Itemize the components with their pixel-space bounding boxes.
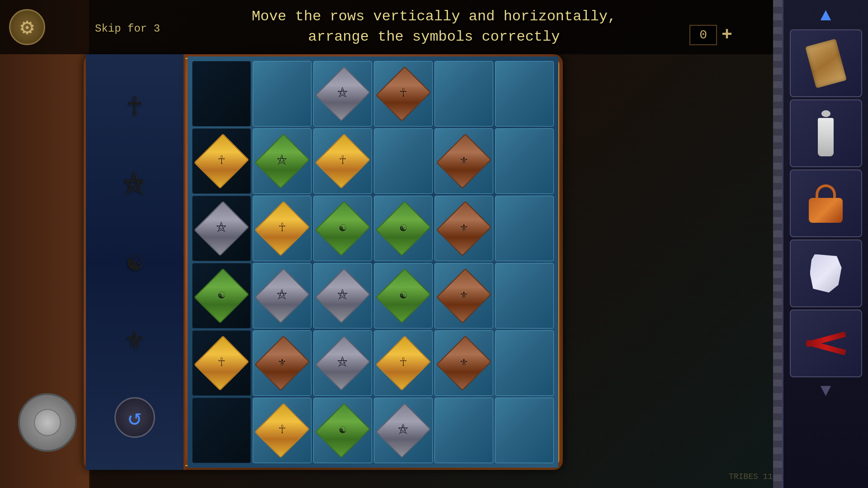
nav-down-button[interactable] xyxy=(810,380,842,402)
symbol-ankh: ☥ xyxy=(278,222,286,234)
tile-r1-c1[interactable]: ⛤ xyxy=(253,128,311,194)
pentagram-icon: ⛤ xyxy=(123,169,147,200)
symbol-ankh[interactable]: ☥ xyxy=(114,86,155,127)
tile-r2-c2[interactable]: ☯ xyxy=(313,196,372,261)
scroll-icon xyxy=(805,38,846,88)
symbol-triskelion: ☯ xyxy=(339,222,346,234)
tile-r3-c2[interactable]: ⛤ xyxy=(313,263,372,328)
triskelion-icon: ☯ xyxy=(127,247,142,277)
symbol-triskelion: ☯ xyxy=(339,424,346,436)
tile-r2-c1[interactable]: ☥ xyxy=(253,196,311,261)
diamond-triquetra-brown: ⚜ xyxy=(439,134,489,189)
tile-r0-c1[interactable] xyxy=(253,61,311,127)
tile-r3-c5[interactable] xyxy=(495,263,554,328)
diamond-pentagram-silver: ⛤ xyxy=(379,403,428,458)
tile-r4-c0[interactable]: ☥ xyxy=(192,330,251,396)
tile-r3-c4[interactable]: ⚜ xyxy=(434,263,493,328)
tile-r4-c5[interactable] xyxy=(495,330,554,396)
tile-r5-c1[interactable]: ☥ xyxy=(253,398,311,463)
tile-r2-c0[interactable]: ⛤ xyxy=(192,196,251,261)
reset-button[interactable]: ↺ xyxy=(114,397,155,438)
tile-r4-c3[interactable]: ☥ xyxy=(374,330,433,396)
symbol-triquetra: ⚜ xyxy=(460,290,467,301)
gear-button[interactable]: ⚙ xyxy=(9,9,45,45)
glue-icon xyxy=(818,110,834,156)
diamond-pentagram-silver: ⛤ xyxy=(258,268,307,324)
symbol-pentagram: ⛤ xyxy=(337,290,349,301)
symbol-triskelion: ☯ xyxy=(218,290,225,301)
diamond-ankh-gold: ☥ xyxy=(258,403,307,458)
skip-count: 3 xyxy=(154,23,160,35)
tile-r1-c5[interactable] xyxy=(495,128,554,194)
diamond-ankh-gold: ☥ xyxy=(197,134,246,189)
diamond-triskelion-green: ☯ xyxy=(379,201,428,256)
symbol-triquetra: ⚜ xyxy=(278,357,286,369)
inventory-slot-fragment[interactable] xyxy=(790,239,862,307)
tile-r1-c0[interactable]: ☥ xyxy=(192,128,251,194)
diamond-triquetra-brown: ⚜ xyxy=(258,336,307,391)
tile-r4-c2[interactable]: ⛤ xyxy=(313,330,372,396)
diamond-pentagram-silver: ⛤ xyxy=(197,201,246,256)
tile-r5-c4[interactable] xyxy=(434,398,493,463)
triquetra-icon: ⚜ xyxy=(127,323,143,357)
tile-r3-c3[interactable]: ☯ xyxy=(374,263,433,328)
symbol-pentagram: ⛤ xyxy=(276,290,288,301)
tile-r0-c2[interactable]: ⛤ xyxy=(313,61,372,127)
tile-r0-c5[interactable] xyxy=(495,61,554,127)
symbol-ankh: ☥ xyxy=(278,424,286,436)
counter-display: 0 xyxy=(689,25,717,45)
tile-r5-c0[interactable] xyxy=(192,398,251,463)
symbol-triquetra[interactable]: ⚜ xyxy=(114,319,155,360)
skip-area: Skip for 3 xyxy=(95,23,160,35)
instruction-text: Move the rows vertically and horizontall… xyxy=(252,7,617,47)
skip-label: Skip for xyxy=(95,23,147,35)
chain-decoration xyxy=(773,0,782,488)
tile-r0-c0[interactable] xyxy=(192,61,251,127)
diamond-triskelion-green: ☯ xyxy=(197,268,246,324)
inventory-slot-lock[interactable] xyxy=(790,169,862,237)
nav-up-button[interactable] xyxy=(810,5,842,27)
symbol-triskelion: ☯ xyxy=(400,222,407,234)
instruction-line2: arrange the symbols correctly xyxy=(308,28,560,45)
inventory-slot-tongs[interactable] xyxy=(790,310,862,377)
symbol-pentagram: ⛤ xyxy=(276,155,288,167)
tile-r5-c5[interactable] xyxy=(495,398,554,463)
diamond-ankh-gold: ☥ xyxy=(379,336,428,391)
tile-r1-c3[interactable] xyxy=(374,128,433,194)
counter-area: 0 + xyxy=(689,25,732,45)
inventory-panel xyxy=(782,0,868,488)
tile-r2-c4[interactable]: ⚜ xyxy=(434,196,493,261)
tile-r2-c5[interactable] xyxy=(495,196,554,261)
gear-icon: ⚙ xyxy=(20,14,34,41)
tile-r1-c4[interactable]: ⚜ xyxy=(434,128,493,194)
symbol-pentagram: ⛤ xyxy=(397,424,409,436)
diamond-ankh-brown: ☥ xyxy=(379,66,428,122)
diamond-ankh-gold: ☥ xyxy=(197,336,246,391)
plus-button[interactable]: + xyxy=(722,25,732,45)
tile-r0-c3[interactable]: ☥ xyxy=(374,61,433,127)
tile-r5-c3[interactable]: ⛤ xyxy=(374,398,433,463)
tile-r2-c3[interactable]: ☯ xyxy=(374,196,433,261)
tile-r4-c1[interactable]: ⚜ xyxy=(253,330,311,396)
joystick[interactable] xyxy=(18,393,77,452)
tile-r4-c4[interactable]: ⚜ xyxy=(434,330,493,396)
diamond-ankh-gold: ☥ xyxy=(258,201,307,256)
diamond-pentagram-green: ⛤ xyxy=(258,134,307,189)
symbol-triskelion: ☯ xyxy=(400,290,407,301)
tile-r5-c2[interactable]: ☯ xyxy=(313,398,372,463)
tile-r3-c0[interactable]: ☯ xyxy=(192,263,251,328)
inventory-slot-glue[interactable] xyxy=(790,99,862,167)
instruction-line1: Move the rows vertically and horizontall… xyxy=(252,8,617,25)
counter-value: 0 xyxy=(699,28,707,42)
reset-icon: ↺ xyxy=(128,404,142,432)
tile-r1-c2[interactable]: ☥ xyxy=(313,128,372,194)
symbol-pentagram[interactable]: ⛤ xyxy=(114,164,155,205)
tile-r3-c1[interactable]: ⛤ xyxy=(253,263,311,328)
inventory-slot-scroll[interactable] xyxy=(790,29,862,97)
symbol-ankh: ☥ xyxy=(218,155,225,167)
tile-r0-c4[interactable] xyxy=(434,61,493,127)
diamond-triquetra-brown: ⚜ xyxy=(439,336,489,391)
diamond-pentagram-silver: ⛤ xyxy=(318,66,368,122)
symbol-triskelion[interactable]: ☯ xyxy=(114,242,155,282)
diamond-ankh-gold: ☥ xyxy=(318,134,368,189)
